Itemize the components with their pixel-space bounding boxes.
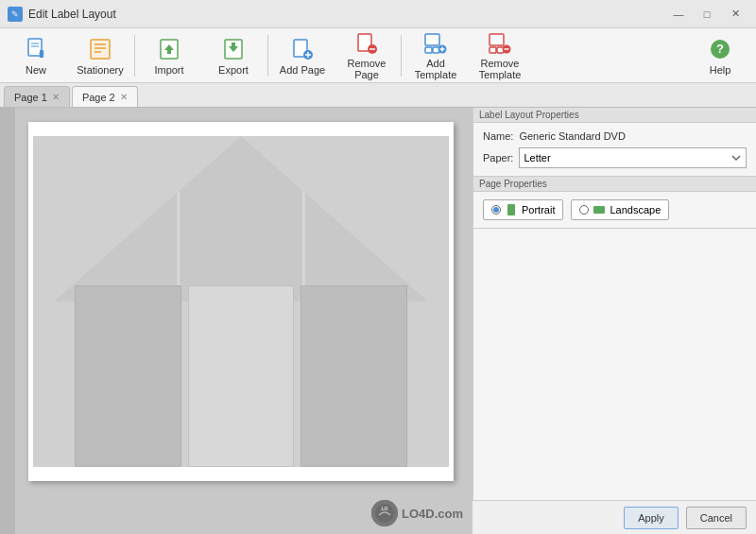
add-page-icon — [289, 36, 316, 62]
apply-button[interactable]: Apply — [624, 507, 679, 529]
portrait-option[interactable]: Portrait — [483, 199, 563, 220]
new-button[interactable]: New — [4, 31, 68, 80]
name-value: Generic Standard DVD — [519, 130, 626, 142]
close-button[interactable]: ✕ — [722, 5, 748, 24]
label-layout-section: Label Layout Properties Name: Generic St… — [473, 108, 756, 177]
stationery-icon — [87, 36, 113, 62]
import-button[interactable]: Import — [137, 31, 201, 80]
page-props-content: Portrait Landscape — [473, 192, 756, 228]
add-page-button[interactable]: Add Page — [270, 31, 335, 80]
landscape-radio[interactable] — [579, 205, 589, 215]
remove-template-icon — [487, 31, 513, 56]
svg-rect-14 — [232, 43, 235, 46]
tab-bar: Page 1 ✕ Page 2 ✕ — [0, 83, 756, 108]
remove-page-icon — [353, 31, 380, 56]
name-row: Name: Generic Standard DVD — [483, 130, 747, 142]
maximize-button[interactable]: □ — [694, 5, 720, 24]
col-right — [301, 285, 407, 468]
name-label: Name: — [483, 130, 513, 142]
separator-2 — [267, 35, 268, 77]
stationery-label: Stationery — [77, 64, 124, 76]
paper-row: Paper: Letter A4 Legal — [483, 147, 747, 168]
tab-page1[interactable]: Page 1 ✕ — [4, 86, 70, 107]
paper-select[interactable]: Letter A4 Legal — [519, 147, 747, 168]
svg-rect-39 — [593, 206, 605, 214]
title-bar-controls: — □ ✕ — [665, 5, 748, 24]
export-button[interactable]: Export — [201, 31, 266, 80]
help-icon: ? — [707, 36, 733, 62]
remove-page-button[interactable]: Remove Page — [335, 31, 399, 80]
canvas-area — [0, 108, 472, 534]
bottom-bar: Apply Cancel — [472, 500, 756, 534]
label-layout-header: Label Layout Properties — [473, 108, 756, 123]
add-template-label: Add Template — [406, 58, 465, 80]
new-label: New — [26, 64, 46, 76]
stationery-button[interactable]: Stationery — [68, 31, 132, 80]
remove-page-label: Remove Page — [337, 58, 396, 80]
watermark-logo: LO — [371, 500, 398, 526]
app-icon: ✎ — [8, 7, 23, 22]
add-page-label: Add Page — [280, 64, 325, 76]
page-props-section: Page Properties Portrait Landscape — [473, 177, 756, 229]
label-layout-content: Name: Generic Standard DVD Paper: Letter… — [473, 123, 756, 176]
col-center — [188, 285, 295, 468]
add-template-button[interactable]: Add Template — [404, 31, 468, 80]
portrait-icon — [505, 203, 518, 216]
remove-template-button[interactable]: Remove Template — [468, 31, 532, 80]
add-template-icon — [422, 31, 449, 56]
svg-rect-5 — [91, 40, 110, 59]
help-label: Help — [710, 64, 731, 76]
watermark-text: LO4D.com — [402, 507, 463, 521]
cancel-button[interactable]: Cancel — [686, 507, 747, 529]
minimize-button[interactable]: — — [665, 5, 692, 24]
landscape-option[interactable]: Landscape — [571, 199, 669, 220]
help-button[interactable]: ? Help — [688, 31, 752, 80]
page-canvas — [28, 122, 454, 481]
tab-page2[interactable]: Page 2 ✕ — [72, 86, 138, 107]
svg-rect-23 — [425, 47, 432, 53]
export-icon — [220, 36, 247, 62]
tab-page1-close[interactable]: ✕ — [52, 92, 60, 102]
svg-rect-22 — [425, 34, 439, 45]
svg-rect-11 — [167, 50, 171, 54]
tab-page1-label: Page 1 — [14, 92, 47, 103]
separator-3 — [401, 35, 402, 77]
toolbar: New Stationery Import Export Add Page — [0, 28, 756, 83]
title-bar-text: Edit Label Layout — [28, 8, 665, 21]
arrow-body — [75, 285, 407, 468]
label-shape — [33, 136, 449, 467]
svg-rect-29 — [490, 47, 496, 53]
new-icon — [23, 36, 49, 62]
remove-template-label: Remove Template — [471, 58, 529, 80]
col-left — [75, 285, 181, 468]
tab-page2-close[interactable]: ✕ — [120, 92, 128, 102]
svg-marker-35 — [54, 136, 428, 301]
landscape-icon — [593, 203, 606, 216]
landscape-label: Landscape — [610, 204, 661, 215]
title-bar: ✎ Edit Label Layout — □ ✕ — [0, 0, 756, 28]
watermark: LO LO4D.com — [371, 500, 463, 526]
portrait-label: Portrait — [522, 204, 555, 215]
arrow-triangle — [54, 136, 428, 301]
import-icon — [156, 36, 182, 62]
tab-page2-label: Page 2 — [82, 92, 115, 103]
main-area: Label Layout Properties Name: Generic St… — [0, 108, 756, 534]
separator-1 — [134, 35, 135, 77]
svg-rect-38 — [507, 204, 515, 215]
portrait-radio[interactable] — [491, 205, 501, 215]
paper-label: Paper: — [483, 152, 513, 164]
export-label: Export — [218, 64, 249, 76]
svg-rect-28 — [490, 34, 504, 45]
import-label: Import — [154, 64, 183, 76]
svg-text:LO: LO — [382, 506, 388, 511]
page-props-header: Page Properties — [473, 177, 756, 192]
svg-text:?: ? — [716, 42, 724, 56]
side-panel: Label Layout Properties Name: Generic St… — [472, 108, 756, 534]
left-ruler — [0, 108, 15, 534]
